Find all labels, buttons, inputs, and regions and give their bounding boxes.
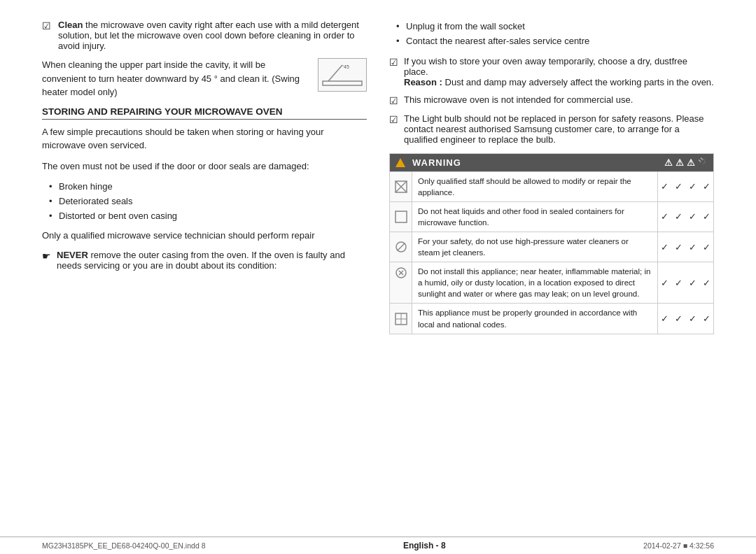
- check-4: ✓: [703, 181, 710, 192]
- heater-text: When cleaning the upper part inside the …: [42, 58, 311, 99]
- damaged-para: The oven must not be used if the door or…: [42, 159, 367, 173]
- warning-row-1-text: Only qualified staff should be allowed t…: [412, 172, 657, 201]
- warning-header: WARNING ⚠ ⚠ ⚠ 🔌: [390, 154, 713, 171]
- main-content: ☑ Clean the microwave oven cavity right …: [0, 0, 756, 537]
- memo3-block: ☑ The Light bulb should not be replaced …: [389, 113, 714, 145]
- memo2-icon: ☑: [389, 95, 398, 106]
- warning-row-4: Do not install this appliance; near heat…: [390, 262, 713, 303]
- check-2: ✓: [675, 242, 682, 253]
- svg-line-9: [397, 243, 405, 251]
- memo2-text: This microwave oven is not intended for …: [404, 94, 633, 105]
- footer-right: 2014-02-27 ■ 4:32:56: [643, 541, 714, 550]
- reason-bold: Reason :: [404, 77, 442, 87]
- warning-header-icons: ⚠ ⚠ ⚠ 🔌: [664, 157, 708, 168]
- warning-row-4-text: Do not install this appliance; near heat…: [412, 262, 657, 303]
- left-column: ☑ Clean the microwave oven cavity right …: [42, 20, 367, 530]
- never-text-container: NEVER remove the outer casing from the o…: [57, 250, 367, 271]
- check-2: ✓: [675, 278, 682, 288]
- warning-row-3-checks: ✓ ✓ ✓ ✓: [657, 232, 713, 262]
- warn-icon-1: ⚠: [664, 157, 673, 168]
- warn-icon-2: ⚠: [676, 157, 684, 168]
- check-4: ✓: [703, 278, 710, 288]
- warning-row-5-icon: [390, 304, 412, 333]
- right-column: Unplug it from the wall socket Contact t…: [389, 20, 714, 530]
- svg-line-1: [328, 65, 342, 81]
- never-block: ☛ NEVER remove the outer casing from the…: [42, 250, 367, 271]
- check-3: ✓: [689, 313, 696, 324]
- page: ☑ Clean the microwave oven cavity right …: [0, 0, 756, 554]
- memo3-text: The Light bulb should not be replaced in…: [404, 113, 714, 145]
- warning-table: WARNING ⚠ ⚠ ⚠ 🔌 Only qualified staff sho…: [389, 153, 714, 334]
- warning-label: WARNING: [412, 157, 461, 168]
- check-2: ✓: [675, 211, 682, 222]
- check-4: ✓: [703, 211, 710, 222]
- warning-row-1-icon: [390, 172, 412, 201]
- warning-row-3: For your safety, do not use high-pressur…: [390, 232, 713, 262]
- svg-rect-7: [396, 211, 407, 222]
- heater-block: When cleaning the upper part inside the …: [42, 58, 367, 99]
- check-4: ✓: [703, 242, 710, 253]
- warning-row-4-checks: ✓ ✓ ✓ ✓: [657, 262, 713, 303]
- check-3: ✓: [689, 211, 696, 222]
- clean-block: ☑ Clean the microwave oven cavity right …: [42, 20, 367, 51]
- check-2: ✓: [675, 181, 682, 192]
- check-4: ✓: [703, 313, 710, 324]
- warn-icon-4: 🔌: [698, 157, 708, 168]
- warning-row-1: Only qualified staff should be allowed t…: [390, 171, 713, 201]
- warning-row-3-icon: [390, 232, 412, 262]
- never-icon: ☛: [42, 250, 51, 262]
- check-1: ✓: [661, 211, 668, 222]
- warning-row-2-text: Do not heat liquids and other food in se…: [412, 202, 657, 232]
- warning-row-5-checks: ✓ ✓ ✓ ✓: [657, 304, 713, 333]
- warning-row-5: This appliance must be properly grounded…: [390, 303, 713, 333]
- check-3: ✓: [689, 242, 696, 253]
- check-3: ✓: [689, 181, 696, 192]
- check-1: ✓: [661, 313, 668, 324]
- warning-row-2: Do not heat liquids and other food in se…: [390, 201, 713, 232]
- warning-row-2-checks: ✓ ✓ ✓ ✓: [657, 202, 713, 232]
- memo1-text: If you wish to store your oven away temp…: [404, 56, 687, 77]
- section-heading: STORING AND REPAIRING YOUR MICROWAVE OVE…: [42, 106, 367, 120]
- check-3: ✓: [689, 278, 696, 288]
- check-1: ✓: [661, 278, 668, 288]
- memo1-icon: ☑: [389, 57, 398, 68]
- heater-diagram: 45 °: [318, 58, 367, 92]
- list-item: Deteriorated seals: [49, 194, 367, 209]
- memo2-block: ☑ This microwave oven is not intended fo…: [389, 94, 714, 106]
- list-item: Unplug it from the wall socket: [396, 20, 714, 34]
- clean-bold: Clean: [58, 20, 83, 30]
- warning-row-1-checks: ✓ ✓ ✓ ✓: [657, 172, 713, 201]
- damage-bullets: Broken hinge Deteriorated seals Distorte…: [42, 180, 367, 223]
- page-number: English - 8: [403, 541, 446, 551]
- warning-row-4-icon: [390, 262, 412, 303]
- clean-text: Clean the microwave oven cavity right af…: [58, 20, 367, 51]
- intro-para: A few simple precautions should be taken…: [42, 125, 367, 152]
- warning-header-left: WARNING: [396, 157, 461, 168]
- list-item: Distorted or bent oven casing: [49, 209, 367, 224]
- list-item: Broken hinge: [49, 180, 367, 194]
- footer-left: MG23H3185PK_EE_DE68-04240Q-00_EN.indd 8: [42, 541, 205, 550]
- list-item: Contact the nearest after-sales service …: [396, 34, 714, 49]
- warn-icon-3: ⚠: [687, 157, 695, 168]
- clean-text-content: the microwave oven cavity right after ea…: [58, 20, 359, 51]
- footer: MG23H3185PK_EE_DE68-04240Q-00_EN.indd 8 …: [0, 537, 756, 554]
- reason-text: Dust and damp may adversely affect the w…: [442, 77, 714, 87]
- heater-svg: 45 °: [321, 62, 363, 88]
- warning-triangle-icon: [396, 158, 405, 167]
- memo3-icon: ☑: [389, 114, 398, 125]
- check-1: ✓: [661, 181, 668, 192]
- check-1: ✓: [661, 242, 668, 253]
- never-text: remove the outer casing from the oven. I…: [57, 250, 345, 271]
- check-2: ✓: [675, 313, 682, 324]
- warning-row-2-icon: [390, 202, 412, 232]
- memo1-block: ☑ If you wish to store your oven away te…: [389, 56, 714, 87]
- clean-icon: ☑: [42, 20, 51, 31]
- right-bullets: Unplug it from the wall socket Contact t…: [389, 20, 714, 49]
- warning-row-5-text: This appliance must be properly grounded…: [412, 304, 657, 333]
- memo1-text-container: If you wish to store your oven away temp…: [404, 56, 714, 87]
- never-bold: NEVER: [57, 250, 88, 260]
- qualified-para: Only a qualified microwave service techn…: [42, 229, 367, 243]
- svg-rect-0: [323, 81, 362, 85]
- svg-text:45: 45: [344, 64, 349, 69]
- warning-row-3-text: For your safety, do not use high-pressur…: [412, 232, 657, 262]
